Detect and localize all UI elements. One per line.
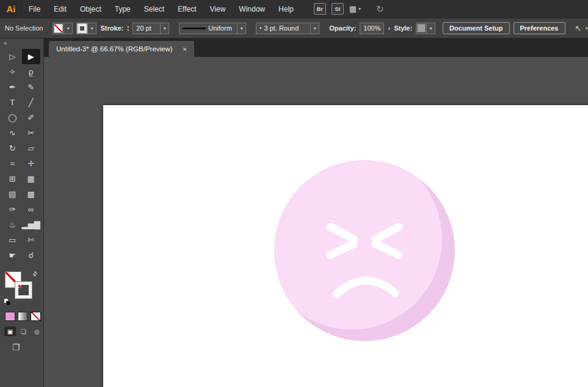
fill-color-swatch[interactable]	[53, 23, 64, 34]
style-swatch-icon	[417, 24, 426, 32]
width-profile-dropdown[interactable]: ▾	[238, 23, 246, 34]
control-bar: No Selection ▾ ▾ Stroke: ▴ ▾ 20 pt ▾	[0, 18, 588, 39]
menu-select[interactable]: Select	[137, 0, 171, 18]
canvas-area[interactable]	[44, 57, 588, 387]
stroke-weight-dropdown[interactable]: ▾	[161, 23, 169, 34]
document-tab[interactable]: Untitled-3* @ 66.67% (RGB/Preview) ×	[49, 41, 194, 57]
fill-color-dropdown[interactable]: ▾	[64, 23, 73, 34]
collapse-panel-icon[interactable]: «	[0, 39, 43, 48]
stroke-color-swatch[interactable]	[76, 23, 88, 34]
pen-tool[interactable]: ✒	[3, 79, 22, 95]
illustrator-window: Ai File Edit Object Type Select Effect V…	[0, 0, 588, 387]
pointer-options-icon[interactable]: ↖	[575, 24, 582, 33]
hand-tool[interactable]: ☛	[3, 248, 22, 263]
eyedropper-tool[interactable]: ✑	[3, 202, 22, 217]
brush-definition-label: 3 pt. Round	[264, 24, 299, 32]
illustrator-logo: Ai	[0, 0, 22, 18]
uniform-profile-icon	[183, 28, 206, 29]
draw-inside-button[interactable]: ◎	[31, 326, 43, 336]
tool-grid: ▷ ▶ ✧ ϱ ✒ ✎ T ╱ ◯ ✐ ∿ ✂ ↻ ▱ ≈ ✛ ⊞ ▦ ▤ ▩ …	[0, 48, 43, 263]
menu-view[interactable]: View	[203, 0, 233, 18]
style-label: Style:	[394, 24, 412, 32]
menu-edit[interactable]: Edit	[47, 0, 73, 18]
gradient-button[interactable]	[18, 312, 28, 321]
width-profile-label: Uniform	[208, 24, 232, 32]
menu-effect[interactable]: Effect	[171, 0, 203, 18]
zoom-tool[interactable]: ☌	[22, 248, 41, 263]
artboard-tool[interactable]: ▭	[3, 232, 22, 248]
opacity-field[interactable]: 100%	[360, 23, 384, 34]
paintbrush-tool[interactable]: ✐	[22, 110, 41, 125]
stepper-down-icon[interactable]: ▾	[127, 28, 129, 32]
draw-normal-button[interactable]: ▣	[4, 326, 16, 336]
perspective-grid-tool[interactable]: ▦	[22, 171, 41, 186]
stroke-swatch-icon	[78, 24, 87, 33]
lasso-tool[interactable]: ϱ	[22, 64, 41, 79]
selection-status: No Selection	[5, 24, 43, 32]
preferences-button[interactable]: Preferences	[514, 22, 565, 34]
drawing-mode-buttons: ▣ ❏ ◎	[4, 326, 43, 336]
brush-dot-icon: •	[260, 25, 261, 31]
document-tab-bar: Untitled-3* @ 66.67% (RGB/Preview) ×	[44, 39, 588, 57]
direct-selection-tool[interactable]: ▶	[22, 49, 41, 64]
stroke-swatch[interactable]	[15, 282, 32, 298]
fill-stroke-indicator: ⇄	[4, 270, 41, 307]
menu-type[interactable]: Type	[108, 0, 137, 18]
bridge-button[interactable]: Br	[314, 3, 326, 15]
stroke-weight-field[interactable]: 20 pt	[132, 23, 161, 34]
width-tool[interactable]: ≈	[3, 156, 22, 171]
width-profile-field[interactable]: Uniform	[179, 23, 238, 34]
symbol-sprayer-tool[interactable]: ♨	[3, 217, 22, 232]
menu-object[interactable]: Object	[73, 0, 108, 18]
screen-mode-button[interactable]: ❐	[12, 342, 43, 352]
rotate-tool[interactable]: ↻	[3, 141, 22, 156]
ellipse-tool[interactable]: ◯	[3, 110, 22, 125]
opacity-label[interactable]: Opacity:	[329, 24, 356, 32]
color-mode-buttons	[5, 312, 43, 321]
slice-tool[interactable]: ✄	[22, 232, 41, 248]
mesh-tool[interactable]: ▤	[3, 186, 22, 202]
stock-button[interactable]: St	[332, 3, 344, 15]
type-tool[interactable]: T	[3, 95, 22, 110]
color-button[interactable]	[5, 312, 15, 321]
chevron-down-icon: ▾	[358, 6, 361, 12]
column-graph-tool[interactable]: ▂▅▇	[22, 217, 41, 232]
scale-tool[interactable]: ▱	[22, 141, 41, 156]
stroke-weight-stepper[interactable]: ▴ ▾	[127, 24, 129, 32]
stroke-label: Stroke:	[100, 24, 123, 32]
close-icon[interactable]: ×	[183, 45, 187, 54]
workspace-grid-icon: ▦	[349, 4, 357, 13]
menu-bar: Ai File Edit Object Type Select Effect V…	[0, 0, 588, 18]
line-segment-tool[interactable]: ╱	[22, 95, 41, 110]
swap-fill-stroke-icon[interactable]: ⇄	[31, 270, 39, 278]
selection-tool[interactable]: ▷	[3, 49, 22, 64]
magic-wand-tool[interactable]: ✧	[3, 64, 22, 79]
stroke-color-dropdown[interactable]: ▾	[88, 23, 96, 34]
brush-definition-dropdown[interactable]: ▾	[311, 23, 319, 34]
brush-definition-field[interactable]: • 3 pt. Round	[256, 23, 311, 34]
curvature-tool[interactable]: ✎	[22, 79, 41, 95]
document-tab-title: Untitled-3* @ 66.67% (RGB/Preview)	[56, 45, 173, 53]
style-dropdown[interactable]: ▾	[427, 23, 435, 34]
style-swatch-field[interactable]	[416, 23, 427, 34]
shaper-tool[interactable]: ∿	[3, 125, 22, 141]
shape-builder-tool[interactable]: ⊞	[3, 171, 22, 186]
opacity-submenu-arrow[interactable]: ›	[388, 24, 390, 32]
blend-tool[interactable]: ∞	[22, 202, 41, 217]
document-setup-button[interactable]: Document Setup	[443, 22, 509, 34]
tools-panel: « ▷ ▶ ✧ ϱ ✒ ✎ T ╱ ◯ ✐ ∿ ✂ ↻ ▱ ≈ ✛ ⊞ ▦ ▤ …	[0, 39, 44, 387]
chevron-down-icon[interactable]: ▾	[585, 26, 587, 31]
sync-status-icon[interactable]: ↻	[376, 4, 384, 15]
fill-none-icon	[54, 24, 63, 33]
menu-help[interactable]: Help	[272, 0, 300, 18]
draw-behind-button[interactable]: ❏	[18, 326, 29, 336]
artboard[interactable]	[103, 105, 588, 387]
free-transform-tool[interactable]: ✛	[22, 156, 41, 171]
gradient-tool[interactable]: ▩	[22, 186, 41, 202]
menu-file[interactable]: File	[22, 0, 47, 18]
scissors-tool[interactable]: ✂	[22, 125, 41, 141]
menu-window[interactable]: Window	[232, 0, 272, 18]
workspace-switcher[interactable]: ▦ ▾	[349, 4, 361, 13]
none-button[interactable]	[31, 312, 41, 321]
default-fill-stroke-icon[interactable]	[4, 298, 11, 306]
